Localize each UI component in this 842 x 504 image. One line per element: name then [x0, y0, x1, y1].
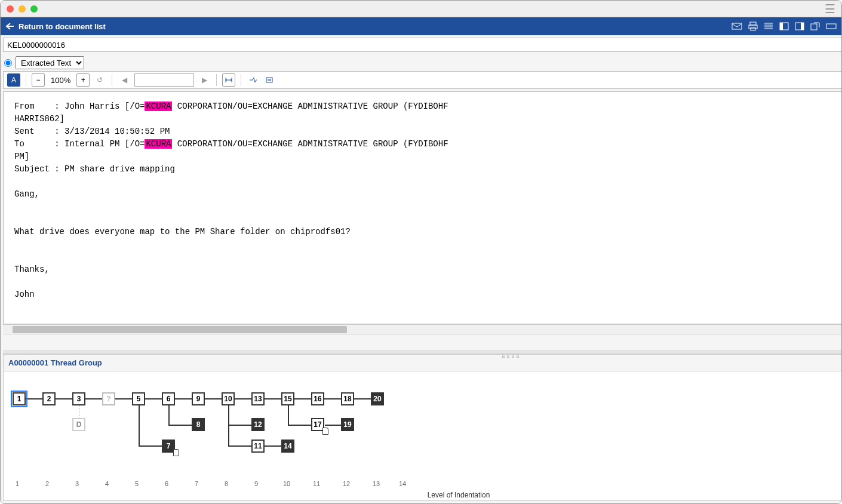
edge: [228, 445, 252, 447]
panel-right-icon[interactable]: [795, 22, 804, 30]
maximize-window-button[interactable]: [30, 5, 38, 13]
viewtype-select[interactable]: Extracted Text: [16, 56, 84, 69]
edge: [325, 425, 343, 426]
docid-bar: KEL0000000016: [3, 38, 841, 52]
search-input[interactable]: [134, 73, 194, 87]
return-label: Return to document list: [19, 22, 106, 31]
mail-icon[interactable]: [732, 22, 742, 30]
zoom-out-button[interactable]: −: [32, 73, 45, 87]
xaxis-title: Level of Indentation: [428, 491, 490, 499]
svg-rect-8: [811, 24, 817, 30]
highlight: KCURA: [145, 102, 172, 111]
edge-dashed: [79, 405, 79, 419]
close-window-button[interactable]: [7, 5, 14, 13]
edge: [168, 425, 192, 426]
titlebar: ☰: [1, 1, 841, 17]
thread-node[interactable]: 16: [311, 392, 324, 405]
print-icon[interactable]: [748, 21, 758, 31]
top-bluebar: Return to document list: [1, 17, 841, 35]
thread-node[interactable]: 10: [222, 392, 235, 405]
svg-rect-2: [749, 25, 757, 29]
zoom-in-button[interactable]: +: [76, 73, 90, 87]
viewtype-radio[interactable]: [4, 59, 12, 67]
mid-toolbar: [3, 334, 841, 351]
next-hit-button[interactable]: ▶: [198, 73, 211, 87]
fullwidth-icon[interactable]: [826, 23, 837, 29]
separator: [216, 74, 217, 86]
thread-node[interactable]: 6: [162, 392, 175, 405]
tool-icon-2[interactable]: [263, 73, 276, 87]
return-to-list-link[interactable]: Return to document list: [5, 22, 106, 31]
attachment-icon: [173, 449, 179, 456]
back-arrow-icon: [5, 22, 15, 30]
thread-node[interactable]: 11: [251, 440, 265, 453]
popout-icon[interactable]: [810, 22, 820, 30]
svg-rect-12: [266, 78, 272, 82]
svg-rect-5: [780, 23, 783, 30]
attachment-icon: [322, 428, 328, 435]
app-window: ☰ Return to document list KEL0000000016: [0, 0, 842, 504]
thread-body: 1 2 3 ? 5 6 9 10 13 15 16 18 20: [4, 371, 841, 500]
separator: [241, 74, 241, 86]
edge: [139, 445, 162, 447]
thread-node-inclusive[interactable]: 19: [341, 418, 354, 431]
thread-node[interactable]: 2: [42, 392, 56, 405]
doc-toolbar: A − 100% + ↺ ◀ ▶: [3, 71, 841, 89]
thread-node-inclusive[interactable]: 12: [251, 418, 265, 431]
thread-node[interactable]: 18: [341, 392, 354, 405]
edge: [228, 425, 252, 426]
scroll-thumb[interactable]: [13, 326, 347, 333]
thread-node[interactable]: 3: [72, 392, 85, 405]
thread-node[interactable]: 1: [13, 392, 26, 405]
tool-icon-1[interactable]: [247, 73, 260, 87]
thread-title: A00000001 Thread Group: [8, 358, 102, 367]
top-right-icons: [732, 21, 837, 31]
prev-hit-button[interactable]: ◀: [118, 73, 131, 87]
thread-node[interactable]: 13: [251, 392, 265, 405]
zoom-level: 100%: [48, 76, 73, 85]
thread-node[interactable]: 15: [281, 392, 294, 405]
panel-left-icon[interactable]: [779, 22, 789, 30]
document-viewer[interactable]: From : John Harris [/O=KCURA CORPORATION…: [3, 91, 841, 324]
main: KEL0000000016 Extracted Text A − 100% + …: [1, 35, 841, 503]
thread-node-draft[interactable]: D: [72, 418, 85, 431]
thread-node-inclusive[interactable]: 20: [371, 392, 384, 405]
edge: [228, 398, 229, 446]
svg-rect-7: [801, 23, 804, 30]
minimize-window-button[interactable]: [19, 5, 26, 13]
separator: [26, 74, 26, 86]
edge: [139, 398, 140, 446]
thread-node[interactable]: 9: [192, 392, 205, 405]
thread-node-missing[interactable]: ?: [102, 392, 115, 405]
docid-text: KEL0000000016: [7, 41, 841, 50]
annotate-a-button[interactable]: A: [7, 73, 20, 87]
thread-graph[interactable]: 1 2 3 ? 5 6 9 10 13 15 16 18 20: [4, 371, 841, 500]
thread-node-inclusive-dup[interactable]: 14: [281, 440, 294, 453]
thread-node-dup[interactable]: 5: [132, 392, 145, 405]
document-content: From : John Harris [/O=KCURA CORPORATION…: [4, 92, 841, 309]
svg-rect-9: [826, 24, 836, 29]
thread-panel: A00000001 Thread Group ☰: [3, 354, 841, 501]
svg-rect-1: [750, 22, 756, 25]
thread-header: A00000001 Thread Group ☰: [4, 355, 841, 371]
fit-width-button[interactable]: [222, 73, 235, 87]
horizontal-scrollbar[interactable]: [3, 324, 841, 334]
separator: [112, 74, 112, 86]
viewtype-row: Extracted Text: [1, 54, 841, 71]
thread-node-inclusive[interactable]: 8: [192, 418, 205, 431]
menu-icon[interactable]: ☰: [825, 2, 835, 16]
list-icon[interactable]: [764, 22, 773, 30]
undo-button[interactable]: ↺: [93, 73, 106, 87]
highlight: KCURA: [145, 139, 172, 149]
edge: [288, 425, 312, 426]
left-column: KEL0000000016 Extracted Text A − 100% + …: [1, 35, 841, 503]
svg-rect-0: [732, 23, 742, 29]
